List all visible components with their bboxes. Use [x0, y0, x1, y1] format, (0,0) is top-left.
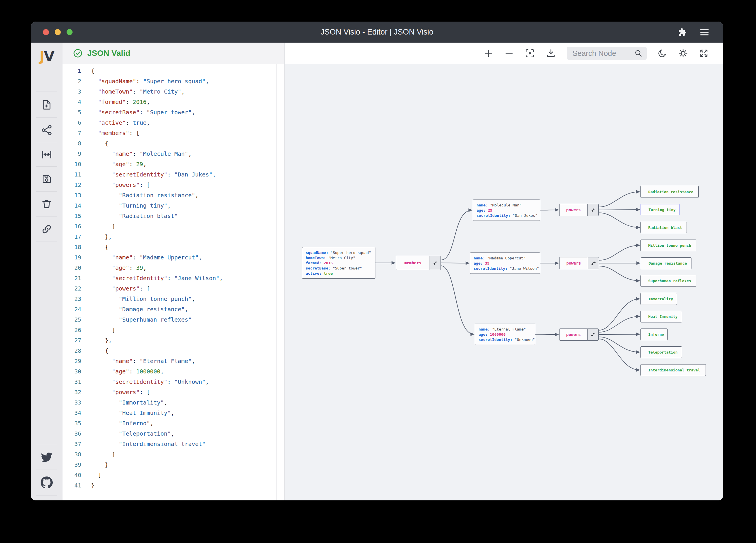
node-leaf-turning-tiny[interactable]: Turning tiny [640, 204, 680, 215]
node-powers-1[interactable]: powers [559, 204, 599, 216]
graph-edge [599, 266, 640, 281]
graph-viewport[interactable]: squadName: "Super hero squad"homeTown: "… [285, 64, 723, 500]
node-member-2[interactable]: name: "Madame Uppercut"age: 39secretIden… [470, 253, 540, 274]
code-line: 24 "Damage resistance", [63, 304, 284, 314]
node-leaf-damage-resistance[interactable]: Damage resistance [641, 258, 691, 269]
code-line-content: ] [87, 325, 284, 335]
line-number: 39 [63, 459, 87, 470]
code-line: 27 }, [63, 335, 284, 345]
graph-edge [599, 213, 640, 228]
code-line-content: "Radiation resistance", [87, 190, 284, 201]
line-number: 34 [63, 408, 87, 418]
node-powers-2[interactable]: powers [559, 257, 599, 269]
code-editor[interactable]: 1{2 "squadName": "Super hero squad",3 "h… [63, 64, 284, 500]
code-line: 28 { [63, 345, 284, 356]
code-line-content: "secretBase": "Super tower", [87, 107, 284, 118]
code-line-content: "secretIdentity": "Unknown", [87, 376, 284, 387]
node-row: age: 29 [477, 208, 536, 213]
delete-trash-icon[interactable] [31, 192, 63, 217]
code-line-content: "age": 39, [87, 263, 284, 273]
json-valid-label: JSON Valid [87, 49, 130, 58]
node-leaf-inferno[interactable]: Inferno [640, 328, 668, 340]
node-leaf-interdimensional-travel[interactable]: Interdimensional travel [640, 364, 706, 376]
line-number: 14 [63, 201, 87, 211]
node-leaf-heat-immunity[interactable]: Heat Immunity [640, 311, 682, 322]
new-document-icon[interactable] [31, 92, 63, 118]
sponsor-heart-icon[interactable] [31, 495, 63, 500]
code-line-content: "active": true, [87, 118, 284, 128]
node-member-1[interactable]: name: "Molecule Man"age: 29secretIdentit… [473, 200, 540, 221]
collapse-node-button[interactable] [587, 204, 598, 216]
editor-scrollbar[interactable] [276, 64, 284, 500]
collapse-node-button[interactable] [587, 329, 598, 340]
link-icon[interactable] [31, 217, 63, 242]
graph-edge [599, 339, 640, 370]
leaf-label: Radiation blast [648, 226, 682, 230]
node-root[interactable]: squadName: "Super hero squad"homeTown: "… [302, 247, 375, 279]
extensions-puzzle-icon[interactable] [678, 28, 687, 37]
code-line-content: "members": [ [87, 128, 284, 138]
line-number: 35 [63, 418, 87, 428]
code-line: 35 "Inferno", [63, 418, 284, 428]
line-number: 8 [63, 138, 87, 149]
code-line: 2 "squadName": "Super hero squad", [63, 76, 284, 86]
line-number: 36 [63, 428, 87, 439]
node-leaf-teleportation[interactable]: Teleportation [640, 346, 682, 358]
leaf-label: Radiation resistance [648, 190, 693, 194]
app-logo[interactable]: JV [31, 43, 63, 70]
code-line-content: "Superhuman reflexes" [87, 314, 284, 325]
focus-center-icon[interactable] [525, 48, 535, 58]
collapse-node-button[interactable] [430, 256, 441, 270]
github-icon[interactable] [31, 470, 63, 495]
search-node-input[interactable] [572, 49, 631, 58]
node-leaf-immortality[interactable]: Immortality [640, 293, 677, 305]
menu-hamburger-icon[interactable] [700, 28, 709, 36]
line-number: 38 [63, 449, 87, 459]
node-leaf-million-tonne-punch[interactable]: Million tonne punch [640, 240, 696, 252]
code-line: 29 "name": "Eternal Flame", [63, 356, 284, 366]
node-member-3[interactable]: name: "Eternal Flame"age: 1000000secretI… [475, 323, 535, 345]
code-line-content: "Radiation blast" [87, 211, 284, 221]
node-leaf-radiation-resistance[interactable]: Radiation resistance [640, 186, 699, 198]
code-line: 11 "secretIdentity": "Dan Jukes", [63, 169, 284, 180]
twitter-icon[interactable] [31, 444, 63, 470]
code-line: 22 "powers": [ [63, 283, 284, 294]
zoom-in-icon[interactable] [484, 48, 494, 58]
check-circle-icon [73, 48, 83, 58]
code-line: 26 ] [63, 325, 284, 335]
canvas-toolbar [285, 43, 723, 64]
node-leaf-superhuman-reflexes[interactable]: Superhuman reflexes [640, 275, 696, 287]
code-line: 33 "Immortality", [63, 397, 284, 408]
zoom-out-icon[interactable] [504, 48, 514, 58]
line-number: 31 [63, 376, 87, 387]
code-line: 21 "secretIdentity": "Jane Wilson", [63, 273, 284, 283]
download-icon[interactable] [546, 48, 556, 58]
graph-edge [599, 337, 640, 352]
code-line-content: { [87, 138, 284, 149]
node-powers-3[interactable]: powers [559, 328, 599, 340]
line-number: 11 [63, 169, 87, 180]
node-members[interactable]: members [396, 256, 441, 270]
code-line: 15 "Radiation blast" [63, 211, 284, 221]
code-line-content: "age": 1000000, [87, 366, 284, 376]
line-number: 25 [63, 314, 87, 325]
code-line: 14 "Turning tiny", [63, 201, 284, 211]
leaf-label: Million tonne punch [648, 243, 691, 248]
dark-mode-moon-icon[interactable] [657, 48, 667, 58]
settings-gear-icon[interactable] [678, 48, 688, 58]
code-line: 37 "Interdimensional travel" [63, 439, 284, 449]
share-nodes-icon[interactable] [31, 118, 63, 142]
line-number: 20 [63, 263, 87, 273]
code-line: 39 } [63, 459, 284, 470]
graph-edge [599, 334, 640, 334]
collapse-node-button[interactable] [588, 258, 599, 269]
node-row: formed: 2016 [306, 261, 372, 266]
code-line: 12 "powers": [ [63, 180, 284, 190]
code-line-content: "Interdimensional travel" [87, 439, 284, 449]
fit-width-icon[interactable] [31, 142, 63, 167]
line-number: 9 [63, 149, 87, 159]
save-icon[interactable] [31, 167, 63, 192]
search-node-box[interactable] [567, 47, 647, 60]
node-leaf-radiation-blast[interactable]: Radiation blast [640, 222, 687, 233]
fullscreen-expand-icon[interactable] [699, 48, 709, 58]
